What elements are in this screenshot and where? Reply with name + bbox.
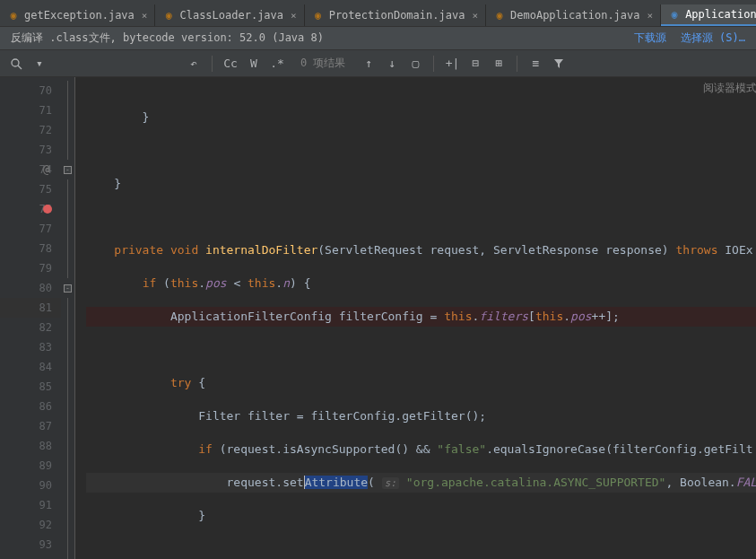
history-prev-icon[interactable]: ↶ xyxy=(185,55,203,73)
code-editor[interactable]: 70 71 72 73 74@ 75 76 77 78 79 80 81 82 … xyxy=(0,77,756,559)
line-number: 85 xyxy=(0,377,61,397)
line-number: 93 xyxy=(0,535,61,555)
line-number: 86 xyxy=(0,397,61,416)
fold-toggle[interactable]: - xyxy=(64,166,72,174)
decompile-info-bar: 反编译 .class文件, bytecode version: 52.0 (Ja… xyxy=(0,27,756,50)
svg-line-1 xyxy=(18,66,22,69)
java-icon: ◉ xyxy=(312,9,325,22)
select-occurrences-icon[interactable]: ⊞ xyxy=(490,55,508,73)
line-number: 81 xyxy=(0,298,61,318)
tab-demoapplication[interactable]: ◉ DemoApplication.java × xyxy=(486,4,661,26)
line-number: 78 xyxy=(0,239,61,258)
line-number: 75 xyxy=(0,179,61,199)
line-number: 70 xyxy=(0,81,61,100)
line-number: 88 xyxy=(0,436,61,456)
download-sources-link[interactable]: 下载源 xyxy=(634,31,666,46)
fold-toggle[interactable]: - xyxy=(64,284,72,293)
line-number: 71 xyxy=(0,100,61,120)
class-icon: ◉ xyxy=(668,8,681,21)
tab-label: ProtectionDomain.java xyxy=(329,9,465,22)
tab-label: ClassLoader.java xyxy=(179,9,283,22)
tab-label: DemoApplication.java xyxy=(510,9,640,22)
line-number: 82 xyxy=(0,318,61,337)
code-area[interactable]: 阅读器模式 } } private void internalDoFilter(… xyxy=(75,77,756,559)
line-number: 72 xyxy=(0,120,61,140)
line-number: 90 xyxy=(0,476,61,495)
decompile-info-text: 反编译 .class文件, bytecode version: 52.0 (Ja… xyxy=(11,31,324,46)
search-icon[interactable] xyxy=(7,55,25,73)
java-icon: ◉ xyxy=(7,9,20,22)
remove-selection-icon[interactable]: ⊟ xyxy=(466,55,484,73)
close-icon[interactable]: × xyxy=(142,10,148,22)
line-number: 74@ xyxy=(0,160,61,179)
results-count: 0 项结果 xyxy=(300,56,345,71)
line-number: 92 xyxy=(0,515,61,535)
chevron-down-icon[interactable]: ▾ xyxy=(30,55,48,73)
line-number: 91 xyxy=(0,495,61,515)
arrow-up-icon[interactable]: ↑ xyxy=(360,55,378,73)
close-icon[interactable]: × xyxy=(472,10,478,22)
line-number: 76 xyxy=(0,199,61,219)
line-number: 83 xyxy=(0,337,61,357)
regex-icon[interactable]: .* xyxy=(268,55,286,73)
reader-mode-label[interactable]: 阅读器模式 xyxy=(703,81,756,96)
select-all-icon[interactable]: ▢ xyxy=(406,55,424,73)
line-number: 73 xyxy=(0,140,61,160)
java-icon: ◉ xyxy=(162,9,175,22)
fold-column: - - xyxy=(61,77,75,559)
svg-point-0 xyxy=(12,59,19,66)
line-number: 80 xyxy=(0,278,61,298)
tab-getexception[interactable]: ◉ getException.java × xyxy=(0,4,155,26)
close-icon[interactable]: × xyxy=(291,10,297,22)
tab-label: getException.java xyxy=(24,9,135,22)
breakpoint-icon[interactable] xyxy=(43,205,52,214)
tab-applicationfilterchain[interactable]: ◉ ApplicationFilterChain.class × xyxy=(661,4,756,26)
line-number: 94 xyxy=(0,555,61,559)
modified-icon: @ xyxy=(43,163,49,176)
tab-protectiondomain[interactable]: ◉ ProtectionDomain.java × xyxy=(305,4,486,26)
settings-icon[interactable]: ≡ xyxy=(526,55,544,73)
java-icon: ◉ xyxy=(493,9,506,22)
line-number: 77 xyxy=(0,219,61,239)
filter-icon[interactable] xyxy=(550,55,568,73)
arrow-down-icon[interactable]: ↓ xyxy=(383,55,401,73)
line-number: 87 xyxy=(0,416,61,436)
select-sources-link[interactable]: 选择源 (S)… xyxy=(681,31,745,46)
editor-tabs: ◉ getException.java × ◉ ClassLoader.java… xyxy=(0,0,756,27)
line-number: 84 xyxy=(0,357,61,377)
find-toolbar: ▾ ↶ Cc W .* 0 项结果 ↑ ↓ ▢ +| ⊟ ⊞ ≡ xyxy=(0,50,756,77)
tab-label: ApplicationFilterChain.class xyxy=(685,8,756,21)
add-selection-icon[interactable]: +| xyxy=(443,55,461,73)
line-number: 89 xyxy=(0,456,61,476)
close-icon[interactable]: × xyxy=(647,10,654,22)
match-case-icon[interactable]: Cc xyxy=(222,55,239,73)
line-number: 79 xyxy=(0,258,61,278)
words-icon[interactable]: W xyxy=(245,55,263,73)
tab-classloader[interactable]: ◉ ClassLoader.java × xyxy=(155,4,304,26)
line-gutter: 70 71 72 73 74@ 75 76 77 78 79 80 81 82 … xyxy=(0,77,61,559)
